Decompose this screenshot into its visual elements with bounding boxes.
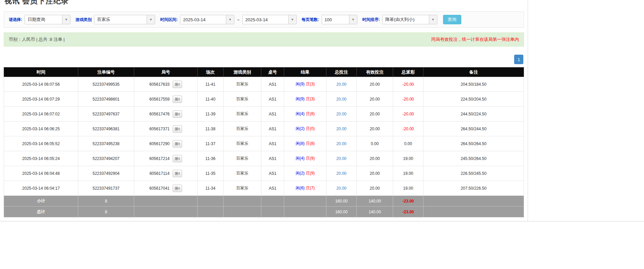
- page-size-input[interactable]: [322, 15, 349, 24]
- result-cell: 闲(4) 庄(9): [284, 151, 326, 166]
- bet-id-cell: 522337494207: [78, 151, 134, 166]
- game-type-input[interactable]: [94, 15, 147, 24]
- chevron-down-icon[interactable]: ▼: [349, 15, 357, 24]
- valid-bet-cell: 20.00: [357, 77, 393, 92]
- video-icon: [175, 157, 180, 161]
- sort-order-select[interactable]: ▼: [382, 15, 437, 24]
- game-type-cell: 百家乐: [224, 151, 261, 166]
- chevron-down-icon[interactable]: ▼: [429, 15, 437, 24]
- table-no-cell: AS1: [261, 151, 284, 166]
- total-bet-link[interactable]: 20.00: [336, 171, 346, 176]
- video-replay-button[interactable]: [173, 96, 182, 103]
- column-header: 桌号: [261, 68, 284, 77]
- sort-order-input[interactable]: [383, 15, 429, 24]
- payout-value: -20.00: [402, 82, 414, 87]
- date-to-picker[interactable]: ▼: [242, 15, 297, 24]
- player-result: 闲(6): [296, 186, 305, 190]
- total-bet-link[interactable]: 20.00: [336, 97, 346, 102]
- round-cell: 605617114: [134, 166, 198, 181]
- note-cell: 226.50/245.50: [423, 166, 524, 181]
- footer-count: 8: [78, 207, 134, 217]
- table-no-cell: AS1: [261, 136, 284, 151]
- range-separator: ~: [237, 17, 240, 22]
- banker-result: 庄(9): [306, 171, 315, 176]
- valid-bet-cell: 20.00: [357, 92, 393, 107]
- game-type-cell: 百家乐: [224, 136, 261, 151]
- banker-result: 庄(3): [306, 97, 315, 101]
- time-range-label: 时间区间:: [160, 17, 178, 23]
- page-1-button[interactable]: 1: [514, 55, 523, 64]
- total-bet-cell: 20.00: [326, 77, 357, 92]
- note-cell: 244.50/224.50: [423, 107, 524, 122]
- footer-label: 总计: [4, 207, 78, 217]
- time-cell: 2025-03-14 06:06:25: [4, 122, 78, 136]
- result-cell: 闲(4) 庄(8): [284, 107, 326, 122]
- round-id: 605617214: [149, 156, 170, 161]
- chevron-down-icon[interactable]: ▼: [147, 15, 155, 24]
- video-icon: [175, 171, 180, 176]
- result-cell: 闲(6) 庄(7): [284, 181, 326, 196]
- game-type-cell: 百家乐: [224, 181, 261, 196]
- payout-value: -20.00: [402, 112, 414, 116]
- video-replay-button[interactable]: [173, 170, 182, 177]
- bet-records-table: 时间注单编号局号场次游戏类别桌号结果总投注有效投注总派彩备注 2025-03-1…: [4, 67, 524, 217]
- chevron-down-icon[interactable]: ▼: [62, 15, 70, 24]
- search-button[interactable]: 查询: [443, 15, 461, 24]
- table-no-cell: AS1: [261, 107, 284, 122]
- column-header: 总派彩: [393, 68, 423, 77]
- session-cell: 11-39: [198, 107, 224, 122]
- date-from-input[interactable]: [180, 15, 226, 24]
- content-panel: 视讯 会员下注纪录 请选择: ▼ 游戏类别 ▼ 时间区间: ▼ ~ ▼ 每: [0, 0, 528, 221]
- result-cell: 闲(2) 庄(0): [284, 122, 326, 136]
- round-id: 605617559: [149, 97, 170, 102]
- payout-value: 19.00: [403, 171, 413, 176]
- column-header: 场次: [198, 68, 224, 77]
- total-bet-link[interactable]: 20.00: [336, 141, 346, 146]
- round-id: 605617371: [149, 127, 170, 131]
- video-replay-button[interactable]: [173, 155, 182, 162]
- total-bet-link[interactable]: 20.00: [336, 156, 346, 161]
- banker-result: 庄(8): [306, 111, 315, 116]
- payout-cell: 0.00: [393, 136, 423, 151]
- video-icon: [175, 97, 180, 101]
- chevron-down-icon[interactable]: ▼: [226, 15, 234, 24]
- total-bet-link[interactable]: 20.00: [336, 112, 346, 116]
- video-replay-button[interactable]: [173, 81, 182, 88]
- table-no-cell: AS1: [261, 166, 284, 181]
- bet-id-cell: 522337498601: [78, 92, 134, 107]
- chevron-down-icon[interactable]: ▼: [288, 15, 296, 24]
- total-bet-cell: 20.00: [326, 92, 357, 107]
- game-type-cell: 百家乐: [224, 77, 261, 92]
- round-cell: 605617041: [134, 181, 198, 196]
- video-replay-button[interactable]: [173, 110, 182, 118]
- pagination: 1: [4, 55, 524, 64]
- game-type-label: 游戏类别: [76, 17, 92, 23]
- video-replay-button[interactable]: [173, 185, 182, 192]
- note-cell: 264.50/244.50: [423, 122, 524, 136]
- query-type-select[interactable]: ▼: [25, 15, 70, 24]
- total-bet-link[interactable]: 20.00: [336, 82, 346, 87]
- bet-record-row: 2025-03-14 06:05:52522337495238605617290…: [4, 136, 524, 151]
- video-replay-button[interactable]: [173, 140, 182, 147]
- date-from-picker[interactable]: ▼: [180, 15, 234, 24]
- video-replay-button[interactable]: [173, 125, 182, 133]
- date-to-input[interactable]: [243, 15, 288, 24]
- page-title: 视讯 会员下注纪录: [4, 0, 524, 6]
- game-type-select[interactable]: ▼: [94, 15, 155, 24]
- total-bet-cell: 20.00: [326, 136, 357, 151]
- total-bet-link[interactable]: 20.00: [336, 127, 346, 131]
- footer-total-bet: 160.00: [326, 207, 357, 217]
- column-header: 注单编号: [78, 68, 134, 77]
- player-result: 闲(4): [296, 156, 305, 161]
- filter-bar: 请选择: ▼ 游戏类别 ▼ 时间区间: ▼ ~ ▼ 每页笔数:: [4, 11, 524, 28]
- page-size-select[interactable]: ▼: [322, 15, 357, 24]
- total-bet-link[interactable]: 20.00: [336, 186, 346, 191]
- column-header: 游戏类别: [224, 68, 261, 77]
- banker-result: 庄(8): [306, 141, 315, 146]
- column-header: 时间: [4, 68, 78, 77]
- session-cell: 11-41: [198, 77, 224, 92]
- game-type-cell: 百家乐: [224, 166, 261, 181]
- column-header: 总投注: [326, 68, 357, 77]
- table-no-cell: AS1: [261, 122, 284, 136]
- query-type-input[interactable]: [25, 15, 62, 24]
